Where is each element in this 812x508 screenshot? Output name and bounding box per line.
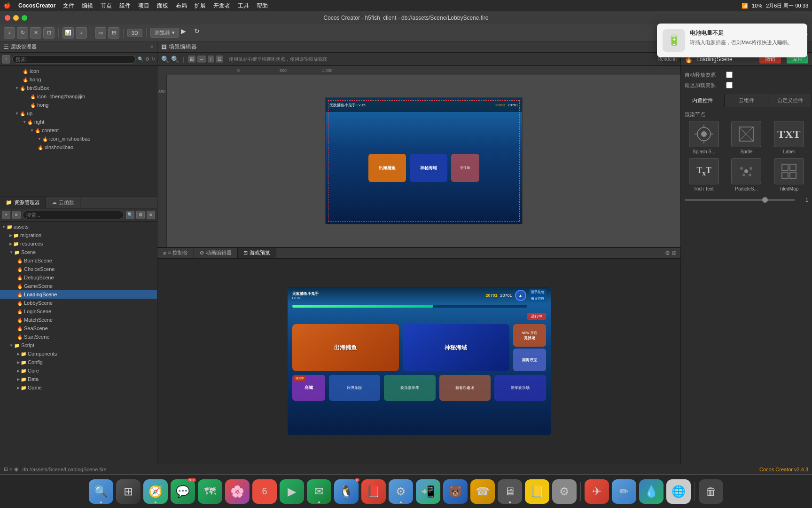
- asset-item-debugscene[interactable]: 🔥DebugScene: [0, 273, 157, 282]
- menu-item-dev[interactable]: 开发者: [213, 2, 230, 10]
- tab-animation[interactable]: ⊘ 动画编辑器: [194, 248, 238, 258]
- asset-item-seascene[interactable]: 🔥SeaScene: [0, 324, 157, 333]
- menu-item-help[interactable]: 帮助: [257, 2, 268, 10]
- refresh-button[interactable]: ↻: [17, 27, 28, 39]
- scene-canvas[interactable]: 无敌捕鱼小鬼手 Lv.15 20701 20701 出海捕鱼 神秘海域 竞技场: [325, 97, 523, 224]
- tree-item-btnsubox[interactable]: ▼ 🔥btnSuBox: [0, 84, 157, 92]
- asset-item-gamescene[interactable]: 🔥GameScene: [0, 282, 157, 290]
- transform-btn-1[interactable]: ⊞: [188, 56, 195, 63]
- auto-release-checkbox[interactable]: [726, 71, 733, 78]
- dock-redbook[interactable]: 📕: [361, 479, 386, 504]
- hierarchy-search-icon[interactable]: 🔍: [138, 56, 143, 62]
- tab-custom-controls[interactable]: 自定义控件: [768, 94, 812, 107]
- asset-item-migration[interactable]: ▶ 📁migration: [0, 231, 157, 239]
- tab-game-preview[interactable]: ⊡ 游戏预览: [238, 248, 276, 258]
- node-item-label[interactable]: TXT Label: [770, 121, 808, 154]
- tab-cloud-functions[interactable]: ☁ 云函数: [46, 197, 80, 208]
- tree-item-icon-xsl[interactable]: ▼ 🔥icon_xinshoulibao: [0, 135, 157, 143]
- dock-inkdrop[interactable]: 💧: [639, 479, 664, 504]
- tree-item-hong2[interactable]: 🔥hong: [0, 101, 157, 109]
- asset-item-components[interactable]: ▶ 📁Components: [0, 349, 157, 358]
- fit-button[interactable]: ⊡: [43, 27, 55, 39]
- dock-baidu[interactable]: 🐻: [443, 479, 468, 504]
- scene-zoom-out[interactable]: 🔍: [161, 56, 169, 63]
- dock-qq[interactable]: 🐧 8: [334, 479, 359, 504]
- maximize-button[interactable]: [22, 15, 27, 21]
- close-button[interactable]: [5, 15, 10, 21]
- asset-search-input[interactable]: [23, 211, 124, 219]
- hierarchy-sort-icon[interactable]: ⚙: [145, 56, 149, 62]
- tree-item-up[interactable]: ▼ 🔥up: [0, 109, 157, 118]
- asset-search-btn[interactable]: 🔍: [126, 211, 134, 219]
- dock-finder[interactable]: 🔍: [89, 479, 113, 504]
- dock-tailscale[interactable]: ✏: [612, 479, 636, 504]
- tree-item-right[interactable]: ▼ 🔥right: [0, 118, 157, 126]
- menu-item-node[interactable]: 节点: [101, 2, 112, 10]
- dock-wechat[interactable]: ✉: [307, 479, 331, 504]
- game-mode-extra2[interactable]: 欢乐嘉年华: [384, 375, 436, 401]
- browser-select[interactable]: 浏览器 ▾: [150, 28, 179, 38]
- hierarchy-add-btn[interactable]: +: [2, 55, 10, 64]
- tab-builtin-controls[interactable]: 内置控件: [681, 94, 725, 107]
- daily-gift-btn[interactable]: 每日特典: [529, 296, 546, 302]
- dock-safari[interactable]: 🧭: [143, 479, 168, 504]
- add-node-button[interactable]: +: [4, 27, 15, 39]
- asset-item-bombscene[interactable]: 🔥BombScene: [0, 256, 157, 265]
- dock-browser2[interactable]: 🌐: [666, 479, 691, 504]
- menu-item-edit[interactable]: 编辑: [82, 2, 93, 10]
- stop-button[interactable]: ⊟: [108, 27, 119, 39]
- asset-item-assets[interactable]: ▼ 📁assets: [0, 222, 157, 231]
- asset-item-scene[interactable]: ▼ 📁Scene: [0, 248, 157, 256]
- minimize-button[interactable]: [13, 15, 19, 21]
- apple-menu[interactable]: 🍎: [4, 2, 11, 9]
- scene-zoom-in[interactable]: 🔍: [171, 56, 179, 63]
- play-button[interactable]: ▶: [181, 27, 192, 39]
- dock-notes[interactable]: 📒: [525, 479, 549, 504]
- hierarchy-search-input[interactable]: [12, 55, 136, 64]
- asset-item-core[interactable]: ▶ 📁Core: [0, 366, 157, 375]
- dock-sourcetree[interactable]: ⚙: [389, 479, 413, 504]
- refresh-play-button[interactable]: ↻: [194, 27, 205, 39]
- menu-item-component[interactable]: 组件: [119, 2, 131, 10]
- tree-item-content[interactable]: ▼ 🔥content: [0, 126, 157, 135]
- game-mode-extra4[interactable]: 新年欢乐场: [494, 375, 546, 401]
- asset-item-script[interactable]: ▼ 📁Script: [0, 341, 157, 349]
- hierarchy-menu-icon[interactable]: ≡: [150, 44, 153, 49]
- game-mode-arena[interactable]: NEW 开启 竞技场: [513, 324, 546, 347]
- 3d-toggle[interactable]: 3D: [127, 29, 142, 37]
- expand-icon[interactable]: ⊞: [672, 250, 677, 256]
- asset-item-lobbyscene[interactable]: 🔥LobbyScene: [0, 299, 157, 307]
- menu-item-file[interactable]: 文件: [63, 2, 74, 10]
- menu-item-extend[interactable]: 扩展: [195, 2, 206, 10]
- add-button-2[interactable]: +: [76, 27, 87, 39]
- tree-item-icon-czjj[interactable]: 🔥icon_chengzhangjijin: [0, 92, 157, 101]
- game-mode-south-sea[interactable]: 南海寻宝: [513, 349, 546, 371]
- asset-item-startscene[interactable]: 🔥StartScene: [0, 333, 157, 341]
- close-button[interactable]: ✕: [30, 27, 41, 39]
- game-mode-extra3[interactable]: 新春乐趣场: [439, 375, 491, 401]
- dock-contacts[interactable]: ☎: [470, 479, 495, 504]
- tab-console[interactable]: ≡ ≡ 控制台: [157, 248, 194, 258]
- dock-launchpad[interactable]: ⊞: [116, 479, 141, 504]
- asset-item-data[interactable]: ▶ 📁Data: [0, 375, 157, 383]
- transform-btn-3[interactable]: ↕: [208, 56, 214, 63]
- settings-icon[interactable]: ⚙: [665, 250, 670, 256]
- menu-item-tools[interactable]: 工具: [238, 2, 249, 10]
- asset-sort-btn[interactable]: ≡: [12, 211, 21, 219]
- dock-screen[interactable]: 🖥: [498, 479, 522, 504]
- menu-item-project[interactable]: 项目: [138, 2, 149, 10]
- asset-add-btn[interactable]: +: [2, 211, 10, 219]
- asset-settings-btn[interactable]: ⚙: [136, 211, 145, 219]
- asset-item-config[interactable]: ▶ 📁Config: [0, 358, 157, 366]
- new-gift-btn[interactable]: 新手礼包: [529, 289, 546, 295]
- tree-item-icon[interactable]: 🔥icon: [0, 67, 157, 75]
- tab-cloud-components[interactable]: 云组件: [725, 94, 768, 107]
- node-item-particle[interactable]: ParticleS...: [727, 158, 765, 191]
- chart-button[interactable]: 📊: [62, 27, 74, 39]
- asset-item-matchscene[interactable]: 🔥MatchScene: [0, 316, 157, 324]
- node-item-richtext[interactable]: TxT Rich Text: [685, 158, 723, 191]
- app-name[interactable]: CocosCreator: [18, 2, 55, 9]
- node-item-tiledmap[interactable]: TiledMap: [770, 158, 808, 191]
- dock-play[interactable]: ▶: [280, 479, 304, 504]
- dock-photos[interactable]: 🌸: [225, 479, 250, 504]
